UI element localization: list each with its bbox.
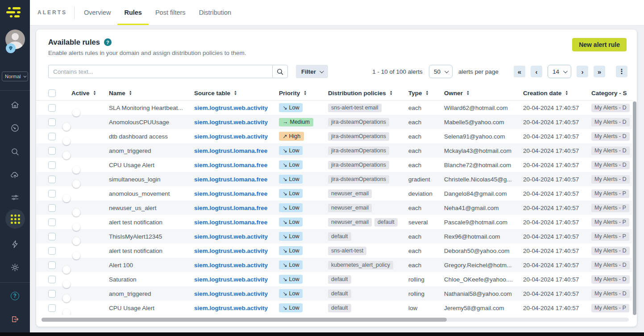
search-input[interactable] bbox=[48, 65, 272, 78]
row-checkbox[interactable] bbox=[48, 190, 56, 197]
sidebar-item-help[interactable]: ? bbox=[0, 290, 30, 301]
table-menu-button[interactable]: ⋮ bbox=[616, 66, 627, 77]
tab-distribution[interactable]: Distribution bbox=[192, 0, 238, 25]
policies-cell: jira-dsteamOperations bbox=[328, 161, 408, 169]
row-checkbox-cell bbox=[48, 161, 71, 169]
row-checkbox[interactable] bbox=[48, 204, 56, 212]
source-table-link[interactable]: siem.logtrust.web.activity bbox=[194, 262, 279, 269]
category-chip: My Alerts - P bbox=[591, 304, 629, 312]
priority-badge: ↘Low bbox=[279, 203, 303, 212]
source-table-link[interactable]: siem.logtrust.lomana.free bbox=[194, 176, 279, 183]
home-icon bbox=[10, 100, 20, 109]
source-table-link[interactable]: siem.logtrust.lomana.free bbox=[194, 162, 279, 168]
source-table-link[interactable]: siem.logtrust.web.activity bbox=[194, 105, 279, 111]
creation-date-cell: 20-04-2024 17:40:57 bbox=[523, 133, 591, 140]
priority-label: Medium bbox=[290, 119, 310, 125]
sidebar-item-search[interactable] bbox=[0, 146, 30, 157]
apps-grid-icon bbox=[11, 214, 20, 224]
tab-rules[interactable]: Rules bbox=[117, 0, 149, 25]
horizontal-scrollbar-track[interactable] bbox=[42, 318, 629, 322]
first-page-button[interactable]: « bbox=[514, 66, 525, 77]
prev-page-button[interactable]: ‹ bbox=[531, 66, 542, 77]
sort-icon[interactable]: ▲▼ bbox=[303, 90, 307, 96]
sort-icon[interactable]: ▲▼ bbox=[390, 90, 393, 96]
tab-post-filters[interactable]: Post filters bbox=[149, 0, 192, 25]
row-checkbox[interactable] bbox=[48, 233, 56, 240]
source-table-link[interactable]: siem.logtrust.web.activity bbox=[194, 119, 279, 126]
sort-icon[interactable]: ▲▼ bbox=[565, 90, 568, 96]
type-cell: each bbox=[408, 248, 444, 254]
page-size-select[interactable]: 50 bbox=[429, 65, 453, 78]
sort-desc-glyph: ▼ bbox=[93, 93, 96, 96]
sidebar-item-settings[interactable] bbox=[0, 262, 30, 273]
sidebar-item-preferences[interactable] bbox=[0, 192, 30, 203]
policy-chip: default bbox=[328, 232, 351, 241]
category-cell: My Alerts - D bbox=[591, 290, 632, 298]
row-checkbox[interactable] bbox=[48, 261, 56, 269]
row-checkbox[interactable] bbox=[48, 290, 56, 298]
source-table-link[interactable]: siem.logtrust.web.activity bbox=[194, 276, 279, 283]
toggle-knob bbox=[62, 137, 71, 145]
priority-cell: ↗High bbox=[279, 132, 328, 141]
row-checkbox[interactable] bbox=[48, 218, 56, 226]
toolbar: Filter 1 - 10 of 100 alerts 50 alerts pe… bbox=[36, 65, 637, 78]
vertical-scrollbar[interactable] bbox=[633, 101, 636, 315]
page-select[interactable]: 14 bbox=[548, 65, 571, 78]
row-checkbox[interactable] bbox=[48, 247, 56, 255]
sidebar-item-activity[interactable] bbox=[0, 239, 30, 249]
horizontal-scrollbar-thumb[interactable] bbox=[42, 318, 447, 322]
page-subtitle: Enable alerts rules in your domain and a… bbox=[48, 50, 246, 56]
sort-icon[interactable]: ▲▼ bbox=[234, 90, 237, 96]
source-table-link[interactable]: siem.logtrust.lomana.free bbox=[194, 190, 279, 197]
row-checkbox[interactable] bbox=[48, 304, 56, 312]
search-button[interactable] bbox=[272, 65, 288, 78]
mode-select[interactable]: Normal bbox=[2, 71, 28, 81]
priority-cell: ↘Low bbox=[279, 275, 328, 284]
next-page-button[interactable]: › bbox=[577, 66, 588, 77]
toggle-knob bbox=[72, 237, 80, 245]
source-table-link[interactable]: siem.logtrust.web.activity bbox=[194, 290, 279, 297]
source-table-link[interactable]: siem.logtrust.web.activity bbox=[194, 248, 279, 254]
row-checkbox[interactable] bbox=[48, 276, 56, 283]
sidebar-item-data-upload[interactable] bbox=[0, 169, 30, 180]
logout-icon bbox=[10, 315, 20, 324]
sort-icon[interactable]: ▲▼ bbox=[466, 90, 469, 96]
sidebar-item-home[interactable] bbox=[0, 99, 30, 110]
filter-button[interactable]: Filter bbox=[296, 65, 328, 78]
sort-icon[interactable]: ▲▼ bbox=[129, 90, 132, 96]
sort-icon[interactable]: ▲▼ bbox=[93, 90, 96, 96]
owner-cell: Willard62@hotmail.com bbox=[444, 105, 523, 111]
sort-icon[interactable]: ▲▼ bbox=[426, 90, 429, 96]
new-alert-rule-button[interactable]: New alert rule bbox=[572, 38, 627, 51]
type-cell: several bbox=[408, 219, 444, 226]
priority-cell: ↘Low bbox=[279, 189, 328, 198]
source-table-link[interactable]: siem.logtrust.lomana.free bbox=[194, 219, 279, 226]
row-checkbox[interactable] bbox=[48, 118, 56, 126]
page-title: Available rules bbox=[48, 38, 100, 46]
sidebar-item-dashboards[interactable] bbox=[0, 122, 30, 133]
row-checkbox[interactable] bbox=[48, 147, 56, 155]
sidebar-item-logout[interactable] bbox=[0, 314, 30, 324]
chevron-down-icon bbox=[563, 69, 568, 73]
sidebar-item-apps-active[interactable] bbox=[5, 209, 25, 229]
last-page-button[interactable]: » bbox=[594, 66, 605, 77]
title-help-icon[interactable]: ? bbox=[104, 38, 112, 46]
source-table-link[interactable]: siem.logtrust.web.activity bbox=[194, 233, 279, 240]
chevron-down-icon bbox=[23, 74, 26, 77]
row-checkbox-cell bbox=[48, 233, 71, 240]
devo-logo-icon[interactable] bbox=[0, 5, 30, 21]
row-checkbox[interactable] bbox=[48, 133, 56, 140]
type-cell: each bbox=[408, 233, 444, 240]
source-table-link[interactable]: siem.logtrust.lomana.free bbox=[194, 147, 279, 154]
priority-cell: ↘Low bbox=[279, 160, 328, 169]
row-checkbox[interactable] bbox=[48, 104, 56, 112]
source-table-link[interactable]: siem.logtrust.web.activity bbox=[194, 133, 279, 140]
tab-overview[interactable]: Overview bbox=[77, 0, 117, 25]
source-table-link[interactable]: siem.logtrust.web.activity bbox=[194, 305, 279, 311]
row-checkbox[interactable] bbox=[48, 161, 56, 169]
select-all-checkbox[interactable] bbox=[48, 89, 56, 97]
column-header-label: Creation date bbox=[523, 90, 561, 97]
source-table-link[interactable]: siem.logtrust.lomana.free bbox=[194, 205, 279, 211]
priority-arrow-icon: ↘ bbox=[283, 176, 287, 182]
row-checkbox[interactable] bbox=[48, 176, 56, 183]
